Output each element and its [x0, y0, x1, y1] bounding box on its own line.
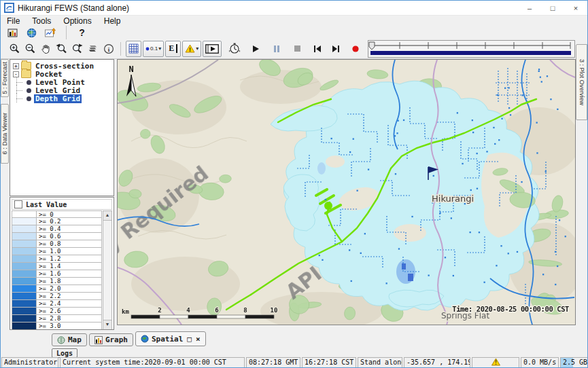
- database-explorer-icon[interactable]: [5, 25, 20, 40]
- scroll-down-icon[interactable]: ▼: [103, 320, 111, 329]
- legend-row[interactable]: >= 1.4: [12, 263, 102, 270]
- bullet-icon: [27, 96, 31, 101]
- legend-row[interactable]: >= 2.2: [12, 293, 102, 300]
- tree-item-level-point[interactable]: Level Point: [12, 78, 112, 86]
- legend-row[interactable]: >= 3.0: [12, 323, 102, 330]
- tab-graph[interactable]: Graph: [89, 333, 133, 346]
- play-button[interactable]: [248, 41, 262, 56]
- tree-item-pocket[interactable]: -Pocket: [12, 70, 112, 78]
- menu-file[interactable]: File: [1, 16, 26, 26]
- gauge-dot: [470, 189, 472, 191]
- maximize-button[interactable]: □: [541, 1, 564, 15]
- help-button[interactable]: ?: [75, 25, 89, 40]
- zoom-next-icon[interactable]: [70, 41, 84, 56]
- menu-help[interactable]: Help: [98, 16, 127, 26]
- map-display-icon[interactable]: [24, 25, 39, 40]
- minimize-button[interactable]: –: [518, 1, 541, 15]
- status-memory: 2.5 GB: [560, 357, 588, 368]
- gauge-dot: [550, 98, 551, 100]
- legend-row[interactable]: >= 2.6: [12, 308, 102, 315]
- legend-row[interactable]: >= 0.2: [12, 218, 102, 225]
- gauge-dot: [545, 170, 547, 172]
- bar-chart-icon: [94, 336, 103, 344]
- legend-color-swatch: [12, 278, 37, 284]
- pan-hand-icon[interactable]: [39, 41, 53, 56]
- tab-close-icon[interactable]: ×: [196, 335, 201, 344]
- warnings-dropdown[interactable]: ! ▾: [182, 41, 201, 57]
- tab-spatial[interactable]: Spatial □ ×: [135, 331, 206, 346]
- legend-row[interactable]: >= 1.0: [12, 248, 102, 255]
- gauge-dot: [462, 163, 463, 164]
- legend-color-swatch: [12, 255, 37, 262]
- pause-button[interactable]: [269, 41, 283, 56]
- gauge-dot: [445, 257, 446, 258]
- info-icon[interactable]: i: [101, 41, 116, 56]
- menu-options[interactable]: Options: [57, 16, 97, 26]
- globe-wireframe-icon: [57, 336, 65, 344]
- tab-map[interactable]: Map: [52, 333, 87, 346]
- gauge-dot: [484, 282, 485, 283]
- time-slider[interactable]: [368, 40, 575, 58]
- scroll-up-icon[interactable]: ▲: [103, 211, 111, 221]
- zoom-in-icon[interactable]: [7, 41, 22, 56]
- content-area: 5 : Forecast6 : Data Viewer +Cross-secti…: [1, 59, 587, 331]
- legend-panel: Last Value >= 0>= 0.2>= 0.4>= 0.6>= 0.8>…: [10, 197, 114, 330]
- last-value-checkbox[interactable]: [14, 200, 22, 208]
- gauge-dot: [493, 127, 494, 128]
- map-canvas[interactable]: API Key Required API Key Required: [118, 60, 575, 325]
- tree-expander-icon[interactable]: +: [13, 63, 19, 69]
- legend-row[interactable]: >= 2.4: [12, 300, 102, 308]
- legend-row-label: >= 2.4: [37, 300, 101, 307]
- menu-tools[interactable]: Tools: [26, 16, 57, 26]
- side-tab-left-0[interactable]: 5 : Forecast: [1, 59, 9, 97]
- gauge-dot: [457, 112, 458, 113]
- scale-segment: [188, 315, 217, 318]
- gauge-dot: [451, 217, 452, 219]
- legend-scrollbar[interactable]: ▲ ▼: [103, 210, 112, 330]
- legend-row[interactable]: >= 0: [12, 210, 102, 218]
- legend-row[interactable]: >= 1.2: [12, 255, 102, 263]
- timeseries-dialog-icon[interactable]: [44, 25, 58, 40]
- tab-graph-label: Graph: [105, 335, 128, 344]
- elevation-scale-label: E: [169, 44, 177, 53]
- tree-item-depth-grid[interactable]: Depth Grid: [12, 94, 112, 103]
- side-tab-label: 6 : Data Viewer: [1, 113, 8, 154]
- close-button[interactable]: ×: [564, 1, 587, 15]
- north-label: N: [128, 65, 133, 74]
- tree: +Cross-section-PocketLevel PointLevel Gr…: [10, 59, 114, 196]
- animation-timer-icon[interactable]: [227, 41, 241, 56]
- side-tab-left-1[interactable]: 6 : Data Viewer: [1, 104, 9, 164]
- show-grid-button[interactable]: [126, 41, 141, 57]
- legend-row[interactable]: >= 1.6: [12, 270, 102, 278]
- gauge-dot: [331, 138, 332, 139]
- legend-row[interactable]: >= 2.8: [12, 315, 102, 323]
- last-frame-button[interactable]: [328, 41, 343, 56]
- stop-button[interactable]: [290, 41, 305, 56]
- elevation-scale-button[interactable]: E: [165, 41, 181, 57]
- grid-scale-value: 0.1: [150, 45, 158, 52]
- animation-movie-button[interactable]: [203, 41, 222, 57]
- first-frame-button[interactable]: [310, 41, 324, 56]
- legend-row[interactable]: >= 1.8: [12, 278, 102, 285]
- gauge-dot: [565, 236, 566, 237]
- gauge-dot: [494, 143, 496, 145]
- zoom-out-icon[interactable]: [23, 41, 37, 56]
- gauge-dot: [501, 118, 502, 119]
- tab-maximize-icon[interactable]: □: [187, 335, 192, 344]
- side-tab-right-0[interactable]: 3 : Plot Overview: [576, 44, 587, 120]
- tree-item-level-grid[interactable]: Level Grid: [12, 86, 112, 94]
- grid-scale-dropdown[interactable]: 0.1 ▾: [143, 41, 164, 57]
- gauge-dot: [541, 81, 542, 82]
- legend-row[interactable]: >= 0.4: [12, 225, 102, 233]
- record-button[interactable]: [348, 41, 362, 56]
- legend-row[interactable]: >= 2.0: [12, 285, 102, 293]
- time-slider-thumb[interactable]: [369, 42, 375, 50]
- tree-item-label: Depth Grid: [34, 94, 82, 103]
- legend-row-label: >= 2.8: [37, 315, 101, 322]
- layers-icon[interactable]: [86, 41, 100, 56]
- tree-connector: [16, 94, 27, 103]
- legend-row[interactable]: >= 0.6: [12, 233, 102, 240]
- zoom-previous-icon[interactable]: [54, 41, 69, 56]
- gauge-dot: [479, 232, 480, 233]
- legend-row[interactable]: >= 0.8: [12, 240, 102, 248]
